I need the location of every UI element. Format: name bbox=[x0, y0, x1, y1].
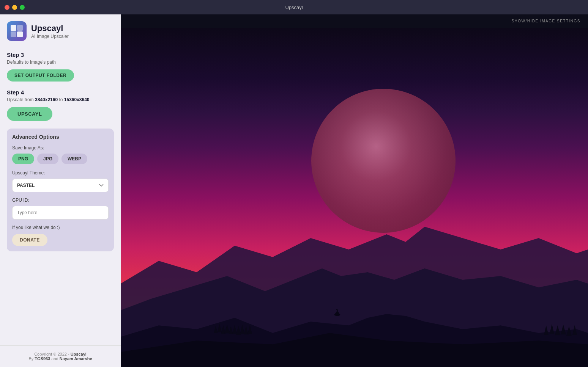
window-controls bbox=[5, 5, 25, 10]
close-button[interactable] bbox=[5, 5, 9, 10]
app-info: Upscayl AI Image Upscaler bbox=[31, 24, 69, 39]
save-as-label: Save Image As: bbox=[12, 145, 109, 151]
theme-label: Upscayl Theme: bbox=[12, 170, 109, 176]
night-scene-image bbox=[121, 28, 588, 367]
titlebar: Upscayl bbox=[0, 0, 588, 14]
main-content: SHOW/HIDE IMAGE SETTINGS bbox=[121, 14, 588, 367]
advanced-options-title: Advanced Options bbox=[12, 134, 109, 140]
format-png-button[interactable]: PNG bbox=[12, 154, 34, 164]
format-jpg-button[interactable]: JPG bbox=[37, 154, 58, 164]
step3-label: Step 3 bbox=[7, 52, 114, 58]
sidebar-footer: Copyright © 2022 - Upscayl By TGS963 and… bbox=[0, 345, 121, 367]
footer-author2: Nayam Amarshe bbox=[60, 356, 92, 361]
maximize-button[interactable] bbox=[20, 5, 25, 10]
step4-desc: Upscale from 3840x2160 to 15360x8640 bbox=[7, 97, 114, 102]
image-area bbox=[121, 28, 588, 367]
donate-text: If you like what we do :) bbox=[12, 225, 109, 230]
theme-select[interactable]: PASTEL DARK LIGHT bbox=[12, 179, 109, 192]
to-res: 15360x8640 bbox=[64, 97, 90, 102]
footer-author1: TGS963 bbox=[35, 356, 50, 361]
app-subtitle: AI Image Upscaler bbox=[31, 34, 69, 39]
gpu-input[interactable] bbox=[12, 206, 109, 220]
image-toolbar: SHOW/HIDE IMAGE SETTINGS bbox=[121, 14, 588, 28]
gpu-label: GPU ID: bbox=[12, 198, 109, 203]
upscayl-button[interactable]: UPSCAYL bbox=[7, 107, 52, 121]
sidebar-content: Step 3 Defaults to Image's path SET OUTP… bbox=[0, 45, 121, 345]
step4-label: Step 4 bbox=[7, 89, 114, 96]
footer-appname: Upscayl bbox=[71, 352, 87, 356]
donate-button[interactable]: DONATE bbox=[12, 234, 47, 246]
app-name: Upscayl bbox=[31, 24, 69, 33]
main-layout: Upscayl AI Image Upscaler Step 3 Default… bbox=[0, 14, 588, 367]
advanced-options-panel: Advanced Options Save Image As: PNG JPG … bbox=[7, 129, 114, 251]
set-output-folder-button[interactable]: SET OUTPUT FOLDER bbox=[7, 69, 74, 82]
window-title: Upscayl bbox=[285, 5, 303, 10]
format-buttons: PNG JPG WEBP bbox=[12, 154, 109, 164]
app-icon bbox=[7, 21, 27, 41]
sidebar: Upscayl AI Image Upscaler Step 3 Default… bbox=[0, 14, 121, 367]
minimize-button[interactable] bbox=[12, 5, 17, 10]
footer-line2: By TGS963 and Nayam Amarshe bbox=[7, 356, 114, 361]
mountains-svg bbox=[121, 113, 588, 367]
footer-line1: Copyright © 2022 - Upscayl bbox=[7, 352, 114, 356]
app-header: Upscayl AI Image Upscaler bbox=[0, 14, 121, 45]
format-webp-button[interactable]: WEBP bbox=[61, 154, 87, 164]
from-res: 3840x2160 bbox=[35, 97, 58, 102]
step3-desc: Defaults to Image's path bbox=[7, 60, 114, 65]
show-hide-settings-button[interactable]: SHOW/HIDE IMAGE SETTINGS bbox=[511, 19, 580, 23]
